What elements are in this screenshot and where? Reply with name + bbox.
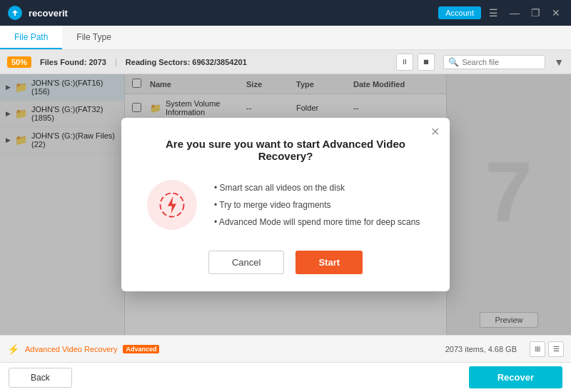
close-button[interactable]: ✕ xyxy=(548,6,564,20)
start-button[interactable]: Start xyxy=(295,251,363,274)
tab-file-type[interactable]: File Type xyxy=(62,26,125,49)
pause-button[interactable]: ⏸ xyxy=(396,54,413,71)
items-info: 2073 items, 4.68 GB xyxy=(445,345,517,353)
back-button[interactable]: Back xyxy=(9,368,72,388)
grid-view-button[interactable]: ⊞ xyxy=(530,341,545,357)
grid-buttons: ⊞ ☰ xyxy=(530,341,564,357)
advanced-recovery-icon xyxy=(159,192,185,218)
main-layout: ▶ 📁 JOHN'S (G:)(FAT16)(156) ▶ 📁 JOHN'S (… xyxy=(0,74,571,335)
dialog-icon-wrap xyxy=(147,180,197,230)
search-icon: 🔍 xyxy=(448,57,459,67)
filter-button[interactable]: ▼ xyxy=(554,56,564,68)
scan-controls: ⏸ ⏹ xyxy=(396,54,435,71)
tab-bar: File Path File Type xyxy=(0,26,571,50)
restore-button[interactable]: ❐ xyxy=(527,6,544,20)
scan-progress-badge: 50% xyxy=(7,56,31,68)
cancel-button[interactable]: Cancel xyxy=(208,251,284,274)
reading-sectors-info: Reading Sectors: 69632/3854201 xyxy=(126,58,247,66)
feature-3: • Advanced Mode will spend more time for… xyxy=(214,213,420,231)
feature-2: • Try to merge video fragments xyxy=(214,196,420,213)
action-bar: Back Recover xyxy=(0,362,571,392)
dialog-actions: Cancel Start xyxy=(147,251,424,274)
search-box: 🔍 xyxy=(443,55,545,69)
title-bar-left: recoverit xyxy=(7,5,68,21)
hamburger-button[interactable]: ☰ xyxy=(485,6,502,20)
stop-button[interactable]: ⏹ xyxy=(418,54,435,71)
avr-icon: ⚡ xyxy=(7,343,19,355)
title-bar-right: Account ☰ — ❐ ✕ xyxy=(438,6,564,20)
dialog-overlay: ✕ Are you sure you want to start Advance… xyxy=(0,74,571,335)
app-title: recoverit xyxy=(29,8,68,19)
dialog-body: • Smart scan all videos on the disk • Tr… xyxy=(147,179,424,231)
scan-bar: 50% Files Found: 2073 | Reading Sectors:… xyxy=(0,50,571,74)
account-button[interactable]: Account xyxy=(438,6,481,19)
recoverit-logo-icon xyxy=(7,5,23,21)
avr-badge: Advanced xyxy=(123,345,159,353)
dialog-title: Are you sure you want to start Advanced … xyxy=(147,138,424,162)
list-view-button[interactable]: ☰ xyxy=(548,341,564,357)
feature-1: • Smart scan all videos on the disk xyxy=(214,179,420,196)
search-input[interactable] xyxy=(462,58,540,66)
advanced-video-recovery-dialog: ✕ Are you sure you want to start Advance… xyxy=(121,118,450,291)
avr-label: Advanced Video Recovery xyxy=(25,345,117,353)
minimize-button[interactable]: — xyxy=(506,6,523,20)
dialog-features: • Smart scan all videos on the disk • Tr… xyxy=(214,179,420,231)
files-found-info: Files Found: 2073 xyxy=(40,58,106,66)
dialog-close-button[interactable]: ✕ xyxy=(430,125,440,139)
bottom-bar: ⚡ Advanced Video Recovery Advanced 2073 … xyxy=(0,335,571,362)
recover-button[interactable]: Recover xyxy=(469,366,562,388)
scan-divider: | xyxy=(115,58,117,66)
title-bar: recoverit Account ☰ — ❐ ✕ xyxy=(0,0,571,26)
tab-file-path[interactable]: File Path xyxy=(0,26,62,49)
